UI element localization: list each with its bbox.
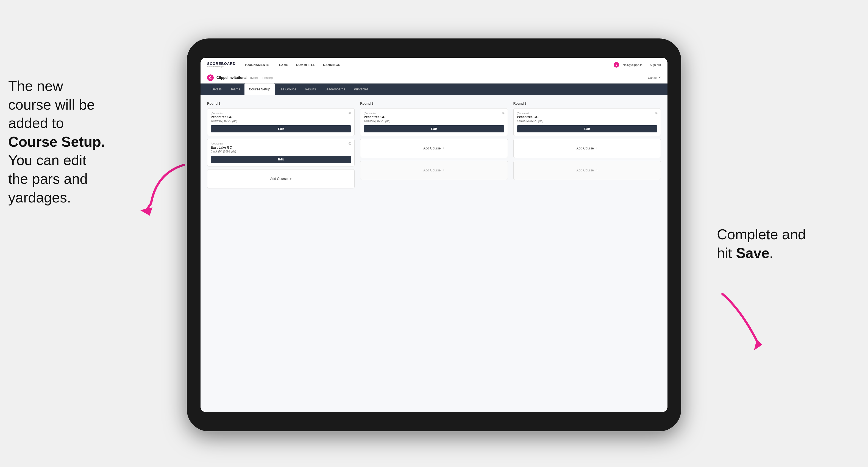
svg-marker-0 [140, 208, 152, 216]
round-2-course-a-name: Peachtree GC [364, 115, 504, 119]
tournament-left: C Clippd Invitational (Men) Hosting [207, 74, 273, 81]
round-2-add-course-text: Add Course + [423, 147, 445, 150]
round-1-label: Round 1 [207, 102, 354, 105]
tablet-screen: SCOREBOARD Powered by clippd TOURNAMENTS… [200, 58, 668, 412]
tab-teams[interactable]: Teams [226, 84, 245, 95]
round-1-course-a-name: Peachtree GC [211, 115, 351, 119]
svg-marker-1 [754, 339, 762, 350]
sub-navigation: Details Teams Course Setup Tee Groups Re… [200, 84, 668, 95]
round-1-course-a-badge: (Course A) [211, 112, 351, 115]
round-3-add-course-disabled: Add Course + [514, 161, 661, 180]
nav-rankings[interactable]: RANKINGS [323, 63, 340, 66]
round-1-course-a-tee: Yellow (M) (6629 yds) [211, 120, 351, 123]
round-3-course-a-card: ⊗ (Course A) Peachtree GC Yellow (M) (66… [514, 108, 661, 136]
round-1-course-b-name: East Lake GC [211, 146, 351, 150]
sign-out-link[interactable]: Sign out [650, 63, 661, 66]
user-email: blair@clippd.io [622, 63, 642, 66]
round-2-course-a-delete[interactable]: ⊗ [501, 111, 505, 115]
round-1-course-b-card: ⊗ (Course B) East Lake GC Black (M) (689… [207, 139, 354, 166]
tab-tee-groups[interactable]: Tee Groups [275, 84, 301, 95]
round-3-add-course-text: Add Course + [576, 147, 598, 150]
round-3-label: Round 3 [514, 102, 661, 105]
cancel-button[interactable]: Cancel ✕ [648, 76, 661, 80]
round-1-course-b-delete[interactable]: ⊗ [348, 141, 352, 146]
nav-left: SCOREBOARD Powered by clippd TOURNAMENTS… [207, 62, 340, 68]
tournament-bar: C Clippd Invitational (Men) Hosting Canc… [200, 72, 668, 84]
round-2-column: Round 2 ⊗ (Course A) Peachtree GC Yellow… [360, 102, 507, 191]
round-3-add-course[interactable]: Add Course + [514, 139, 661, 158]
annotation-right: Complete and hit Save. [717, 225, 854, 262]
round-3-course-a-name: Peachtree GC [517, 115, 657, 119]
round-1-course-b-badge: (Course B) [211, 142, 351, 145]
round-1-course-b-edit[interactable]: Edit [211, 156, 351, 163]
plus-icon-r2: + [442, 147, 445, 150]
top-navigation: SCOREBOARD Powered by clippd TOURNAMENTS… [200, 58, 668, 72]
tab-results[interactable]: Results [301, 84, 320, 95]
round-2-add-course-disabled-text: Add Course + [423, 168, 445, 172]
round-1-course-a-delete[interactable]: ⊗ [348, 111, 352, 115]
tablet-device: SCOREBOARD Powered by clippd TOURNAMENTS… [187, 38, 681, 431]
nav-tournaments[interactable]: TOURNAMENTS [245, 63, 270, 66]
round-2-course-a-card: ⊗ (Course A) Peachtree GC Yellow (M) (66… [360, 108, 507, 136]
round-3-course-a-tee: Yellow (M) (6629 yds) [517, 120, 657, 123]
round-1-course-b-tee: Black (M) (6891 yds) [211, 150, 351, 153]
round-1-column: Round 1 ⊗ (Course A) Peachtree GC Yellow… [207, 102, 354, 191]
tab-printables[interactable]: Printables [349, 84, 373, 95]
arrow-right-icon [709, 288, 777, 357]
round-2-course-a-edit[interactable]: Edit [364, 125, 504, 132]
annotation-left: The new course will be added to Course S… [8, 77, 167, 207]
main-content: Round 1 ⊗ (Course A) Peachtree GC Yellow… [200, 95, 668, 412]
rounds-grid: Round 1 ⊗ (Course A) Peachtree GC Yellow… [207, 102, 661, 191]
round-2-course-a-tee: Yellow (M) (6629 yds) [364, 120, 504, 123]
tournament-gender: (Men) [250, 76, 258, 80]
nav-committee[interactable]: COMMITTEE [296, 63, 316, 66]
tab-course-setup[interactable]: Course Setup [245, 84, 275, 95]
nav-links: TOURNAMENTS TEAMS COMMITTEE RANKINGS [245, 63, 340, 66]
round-1-add-course-text: Add Course + [270, 177, 292, 181]
round-2-add-course-disabled: Add Course + [360, 161, 507, 180]
round-3-course-a-badge: (Course A) [517, 112, 657, 115]
tournament-name: Clippd Invitational [216, 75, 247, 80]
scoreboard-logo: SCOREBOARD Powered by clippd [207, 62, 236, 68]
tab-leaderboards[interactable]: Leaderboards [320, 84, 349, 95]
round-3-course-a-delete[interactable]: ⊗ [654, 111, 658, 115]
round-3-add-course-disabled-text: Add Course + [576, 168, 598, 172]
tournament-logo: C [207, 74, 214, 81]
round-1-add-course[interactable]: Add Course + [207, 169, 354, 188]
user-avatar: B [614, 62, 619, 68]
nav-teams[interactable]: TEAMS [277, 63, 288, 66]
nav-separator: | [646, 63, 647, 66]
round-3-course-a-edit[interactable]: Edit [517, 125, 657, 132]
round-2-course-a-badge: (Course A) [364, 112, 504, 115]
cancel-icon: ✕ [658, 76, 661, 80]
nav-right: B blair@clippd.io | Sign out [614, 62, 661, 68]
powered-by: Powered by clippd [207, 65, 236, 68]
tournament-status: Hosting [262, 76, 273, 80]
round-2-label: Round 2 [360, 102, 507, 105]
plus-icon-r3: + [595, 147, 598, 150]
round-1-course-a-edit[interactable]: Edit [211, 125, 351, 132]
plus-icon: + [289, 177, 291, 181]
round-2-add-course[interactable]: Add Course + [360, 139, 507, 158]
tab-details[interactable]: Details [207, 84, 226, 95]
round-3-column: Round 3 ⊗ (Course A) Peachtree GC Yellow… [514, 102, 661, 191]
round-1-course-a-card: ⊗ (Course A) Peachtree GC Yellow (M) (66… [207, 108, 354, 136]
